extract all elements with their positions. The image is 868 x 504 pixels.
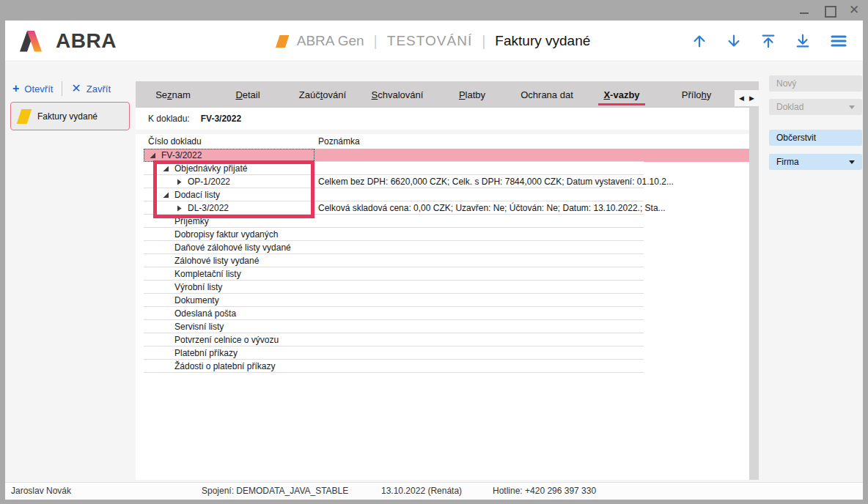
logo-text: ABRA (56, 29, 117, 53)
tree-row[interactable]: Zálohové listy vydané (144, 254, 749, 267)
new-button[interactable]: Nový (769, 75, 862, 92)
arrow-up-icon[interactable] (691, 32, 707, 50)
tree-row[interactable]: Daňové zálohové listy vydané (144, 241, 749, 254)
tab-label: Přílohy (682, 89, 711, 100)
chevron-down-icon (849, 105, 855, 109)
tab-bar: ◀ ▶ SeznamDetailZaúčtováníSchvalováníPla… (136, 81, 759, 108)
sidebar-item-faktury-vydane[interactable]: Faktury vydané (10, 102, 130, 130)
column-header-cislo-dokladu: Číslo dokladu (148, 136, 202, 147)
tree-cell: DL-3/2022 (144, 203, 229, 213)
record-navigation (691, 21, 848, 62)
status-date: 13.10.2022 (Renáta) (381, 486, 462, 496)
tab-detail[interactable]: Detail (210, 81, 285, 108)
tree-row-label: Dodací listy (174, 190, 220, 200)
tab-label: Schvalování (372, 89, 424, 100)
workspace: + Otevřít ✕ Zavřít Faktury vydané ◀ ▶ (5, 62, 863, 482)
arrow-to-bottom-icon[interactable] (795, 32, 811, 50)
tab-zauctovani[interactable]: Zaúčtování (285, 81, 360, 108)
tree-row-label: Odeslaná pošta (174, 308, 236, 319)
tree-cell: FV-3/2022 (144, 150, 202, 160)
tree-expanded-icon[interactable] (150, 152, 158, 159)
hamburger-menu-icon[interactable] (829, 32, 848, 50)
separator: | (374, 33, 378, 50)
tree-row-label: Kompletační listy (174, 269, 241, 279)
column-header-poznamka: Poznámka (318, 136, 360, 147)
tree-row[interactable]: Platební příkazy (144, 346, 749, 360)
tree-collapsed-icon[interactable] (176, 205, 185, 212)
tree-cell: Potvrzení celnice o vývozu (144, 335, 279, 345)
tree-row-label: Daňové zálohové listy vydané (174, 242, 291, 253)
tab-ochrana-dat[interactable]: Ochrana dat (510, 81, 584, 108)
arrow-down-icon[interactable] (726, 32, 742, 50)
page-title: Faktury vydané (495, 33, 590, 49)
tree-row[interactable]: Kompletační listy (144, 267, 749, 281)
tree-row[interactable]: Potvrzení celnice o vývozu (144, 333, 749, 346)
tree-row[interactable]: Dodací listy (144, 188, 749, 201)
tree-row[interactable]: OP-1/2022Celkem bez DPH: 6620,000 CZK; C… (144, 175, 749, 188)
environment-label: TESTOVÁNÍ (387, 33, 472, 49)
tree-row-note: Celkem bez DPH: 6620,000 CZK; Celk. s DP… (318, 177, 674, 187)
tree-cell: Zálohové listy vydané (144, 256, 259, 266)
tree-cell: Daňové zálohové listy vydané (144, 242, 291, 253)
doklad-dropdown[interactable]: Doklad (769, 99, 862, 115)
tree-row[interactable]: DL-3/2022Celková skladová cena: 0,00 CZK… (144, 201, 749, 215)
document-bar: K dokladu: FV-3/2022 (136, 108, 749, 130)
open-button-label: Otevřít (24, 84, 53, 94)
tree-row-label: DL-3/2022 (188, 203, 229, 213)
tree-expanded-icon[interactable] (163, 192, 172, 199)
abra-gen-icon (276, 35, 290, 48)
tree-row-label: FV-3/2022 (161, 150, 202, 160)
status-hotline: Hotline: +420 296 397 330 (493, 486, 596, 496)
open-button[interactable]: + Otevřít (12, 84, 53, 94)
window-titlebar: ✕ (0, 0, 868, 21)
tree-collapsed-icon[interactable] (176, 179, 185, 185)
tree-cell: OP-1/2022 (144, 177, 230, 187)
tree-row[interactable]: Žádosti o platební příkazy (144, 360, 749, 373)
active-tab-underline (598, 103, 645, 105)
app-header: ABRA ABRA Gen | TESTOVÁNÍ | Faktury vyda… (5, 21, 863, 62)
tree-row[interactable]: Dokumenty (144, 294, 749, 307)
sidebar-actions: + Otevřít ✕ Zavřít (12, 81, 111, 96)
abra-logo: ABRA (20, 28, 117, 54)
tree-row-label: Objednávky přijaté (174, 163, 247, 174)
tab-scroll-left-icon[interactable]: ◀ (739, 95, 744, 102)
close-icon[interactable]: ✕ (849, 5, 859, 15)
tree-cell: Objednávky přijaté (144, 163, 247, 174)
tree-cell: Výrobní listy (144, 282, 222, 292)
tree-row[interactable]: FV-3/2022 (144, 149, 749, 162)
tree-row[interactable]: Příjemky (144, 215, 749, 228)
tree-row[interactable]: Dobropisy faktur vydaných (144, 228, 749, 241)
column-headers: Číslo dokladu Poznámka (136, 134, 749, 149)
status-user: Jaroslav Novák (11, 486, 71, 496)
refresh-button-label: Občerstvit (776, 133, 816, 143)
tab-label: Ochrana dat (521, 89, 573, 100)
tab-label: X-vazby (603, 89, 639, 100)
tree-cell: Kompletační listy (144, 269, 241, 279)
tab-platby[interactable]: Platby (435, 81, 510, 108)
firma-dropdown[interactable]: Firma (769, 154, 862, 170)
tree-expanded-icon[interactable] (163, 166, 172, 172)
maximize-icon[interactable] (824, 5, 834, 15)
refresh-button[interactable]: Občerstvit (769, 130, 862, 146)
module-icon (17, 109, 32, 124)
tab-schvalovani[interactable]: Schvalování (360, 81, 435, 108)
tab-x-vazby[interactable]: X-vazby (584, 81, 659, 108)
tree-row[interactable]: Objednávky přijaté (144, 162, 749, 175)
close-button[interactable]: ✕ Zavřít (71, 84, 111, 94)
doklad-dropdown-label: Doklad (776, 102, 803, 112)
tree-cell: Žádosti o platební příkazy (144, 361, 275, 371)
tab-scroll-right-icon[interactable]: ▶ (749, 95, 754, 102)
close-x-icon: ✕ (71, 84, 81, 94)
abra-logo-icon (20, 28, 49, 54)
minimize-icon[interactable] (799, 5, 809, 15)
close-button-label: Zavřít (87, 84, 111, 94)
doc-bar-value: FV-3/2022 (201, 114, 241, 124)
tree-row[interactable]: Výrobní listy (144, 281, 749, 294)
tree-row[interactable]: Servisní listy (144, 320, 749, 333)
tree-row[interactable]: Odeslaná pošta (144, 307, 749, 320)
arrow-to-top-icon[interactable] (760, 32, 776, 50)
tab-seznam[interactable]: Seznam (136, 81, 210, 108)
status-bar: Jaroslav Novák Spojení: DEMODATA_JAVA_ST… (5, 482, 863, 500)
tab-prilohy[interactable]: Přílohy (659, 81, 734, 108)
tree-row-note: Celková skladová cena: 0,00 CZK; Uzavřen… (318, 203, 666, 213)
